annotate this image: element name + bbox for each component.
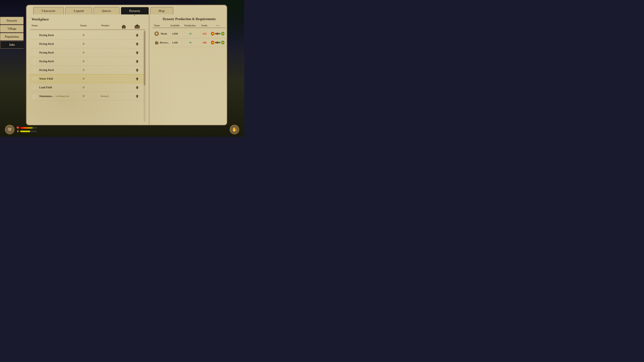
col-header-status: Status — [74, 24, 94, 29]
beverages-angry-icon: 😠 — [211, 41, 214, 44]
table-row[interactable]: Drying Rack ❄ — [30, 39, 146, 48]
job-name-3: Drying Rack — [32, 50, 74, 56]
column-headers: Name Status Worker — [30, 23, 146, 30]
table-row[interactable]: Stonemaso... in Mining Post ❄ Mining P..… — [30, 92, 146, 100]
table-row[interactable]: Drying Rack ❄ — [30, 31, 146, 39]
health-bar-fill — [20, 127, 33, 129]
meals-angry-icon: 😠 — [211, 32, 214, 35]
health-bar-row: ❤️ — [16, 126, 37, 129]
scrollbar[interactable] — [144, 31, 146, 122]
meals-happy-icon: 😊 — [221, 32, 224, 35]
svg-rect-43 — [156, 41, 157, 41]
left-sidebar: Dynasty Village Population Jobs — [0, 17, 26, 49]
job-status-5: ❄ — [74, 68, 94, 72]
job-name-6: Water Field — [32, 76, 74, 82]
tab-character[interactable]: Character — [33, 7, 64, 14]
col-header-house — [117, 24, 130, 29]
water-field-icon — [32, 76, 38, 82]
dynasty-col-name: Name — [154, 24, 167, 27]
dynasty-item-beverages-name: Bevera... — [154, 40, 167, 45]
dynasty-row-meals[interactable]: Meals 1,058 +0 -212 😠 😊 — [152, 29, 226, 38]
tab-legend[interactable]: Legend — [65, 7, 92, 14]
svg-rect-2 — [135, 26, 137, 28]
job-status-3: ❄ — [74, 51, 94, 54]
meals-available: 1,058 — [167, 32, 182, 35]
dynasty-row-beverages[interactable]: Bevera... 1,166 +0 -104 😠 😊 — [152, 38, 226, 47]
job-nail-1[interactable] — [130, 33, 144, 37]
job-nail-8[interactable] — [130, 94, 144, 98]
beverages-needs: -104 — [198, 41, 211, 44]
meals-needs: -212 — [198, 32, 211, 35]
meals-controls[interactable]: 😠 😊 — [211, 32, 224, 35]
beverages-production: +0 — [182, 41, 198, 44]
job-name-2: Drying Rack — [32, 41, 74, 47]
bottom-hud-left: ⚒ ❤️ ⚡ — [5, 125, 37, 134]
dynasty-panel-title: Dynasty Production & Requirements — [152, 17, 226, 21]
job-nail-7[interactable] — [130, 86, 144, 89]
beverages-available: 1,166 — [167, 41, 182, 44]
job-name-4: Drying Rack — [32, 58, 74, 64]
table-row[interactable]: Drying Rack ❄ — [30, 57, 146, 66]
job-name-7: Land Field — [32, 84, 74, 90]
content-area: Workplace Name Status Worker — [26, 14, 227, 125]
tab-map[interactable]: Map — [150, 7, 173, 14]
left-emblem[interactable]: ⚒ — [5, 125, 14, 134]
beverages-slider[interactable] — [215, 42, 220, 43]
main-panel: Character Legend Quests Dynasty ▼ Map Wo… — [26, 5, 227, 125]
meals-slider[interactable] — [215, 33, 220, 34]
job-nail-5[interactable] — [130, 68, 144, 72]
tab-active-indicator: ▼ — [134, 14, 136, 16]
table-row[interactable]: Drying Rack ❄ — [30, 48, 146, 57]
job-status-8: ❄ — [74, 94, 94, 98]
table-row[interactable]: Water Field ❄ — [30, 74, 146, 83]
job-nail-3[interactable] — [130, 51, 144, 54]
sidebar-item-population[interactable]: Population — [0, 33, 24, 40]
col-header-name: Name — [32, 24, 74, 29]
stamina-bar-fill — [20, 131, 30, 132]
table-row[interactable]: Drying Rack ❄ — [30, 66, 146, 74]
stamina-bar-track — [20, 131, 37, 132]
drying-rack-icon-2 — [32, 41, 38, 47]
dynasty-col-production: Production — [182, 24, 198, 27]
meals-production: +0 — [182, 32, 198, 35]
dynasty-col-headers: Name Available Production Needs <-> — [152, 24, 226, 28]
workplace-panel: Workplace Name Status Worker — [26, 14, 149, 125]
beverages-happy-icon: 😊 — [221, 41, 224, 44]
job-nail-4[interactable] — [130, 59, 144, 63]
tab-dynasty[interactable]: Dynasty ▼ — [121, 7, 149, 14]
job-nail-6[interactable] — [130, 77, 144, 81]
svg-rect-40 — [35, 96, 36, 97]
workplace-title: Workplace — [30, 17, 146, 21]
sidebar-item-dynasty[interactable]: Dynasty — [0, 17, 24, 24]
right-emblem[interactable]: ✋ — [230, 125, 239, 134]
drying-rack-icon-5 — [32, 67, 38, 73]
tab-quests[interactable]: Quests — [94, 7, 120, 14]
job-status-4: ❄ — [74, 59, 94, 63]
stonemason-location: in Mining Post — [56, 95, 70, 97]
job-name-5: Drying Rack — [32, 67, 74, 73]
job-status-1: ❄ — [74, 33, 94, 37]
svg-rect-0 — [123, 27, 124, 28]
hud-bars: ❤️ ⚡ — [16, 126, 37, 133]
job-status-6: ❄ — [74, 77, 94, 81]
job-nail-2[interactable] — [130, 42, 144, 46]
job-worker-8: Mining P... — [94, 95, 117, 97]
active-indicator — [24, 44, 25, 46]
svg-rect-39 — [33, 97, 34, 98]
stonemason-icon — [32, 93, 38, 99]
job-status-2: ❄ — [74, 42, 94, 46]
stamina-bar-row: ⚡ — [16, 130, 37, 133]
drying-rack-icon-4 — [32, 58, 38, 64]
drying-rack-icon-3 — [32, 50, 38, 56]
health-icon: ❤️ — [16, 126, 19, 129]
sidebar-item-jobs[interactable]: Jobs — [0, 41, 24, 49]
land-field-icon — [32, 84, 38, 90]
beverages-controls[interactable]: 😠 😊 — [211, 41, 224, 44]
table-row[interactable]: Land Field ❄ — [30, 83, 146, 92]
dynasty-col-controls: <-> — [211, 24, 224, 27]
col-header-workplace — [130, 24, 144, 29]
sidebar-item-village[interactable]: Village — [0, 25, 24, 32]
dynasty-item-meals-name: Meals — [154, 31, 167, 36]
health-bar-track — [20, 127, 37, 129]
jobs-list: Drying Rack ❄ — [30, 31, 146, 122]
